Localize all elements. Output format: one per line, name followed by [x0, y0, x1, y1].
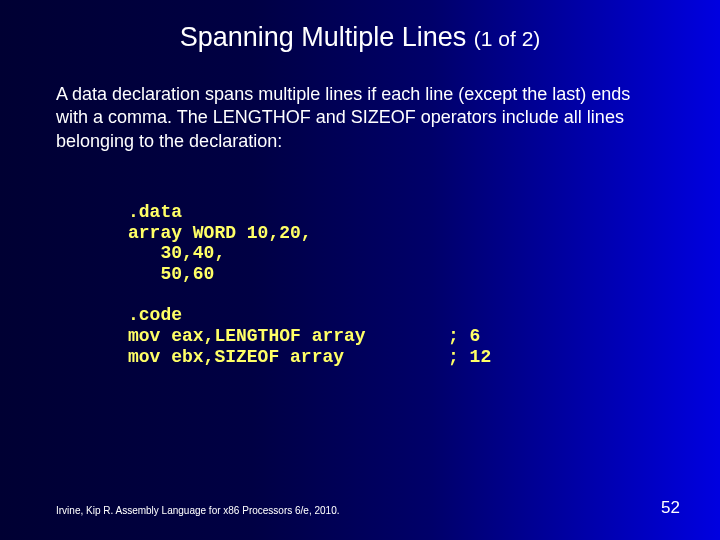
code-comment: ; 12 — [448, 347, 491, 368]
code-line: .code — [128, 305, 182, 325]
slide-title: Spanning Multiple Lines (1 of 2) — [0, 0, 720, 53]
title-main: Spanning Multiple Lines — [180, 22, 474, 52]
code-comment: ; 6 — [448, 326, 480, 347]
code-line: 30,40, — [128, 243, 225, 263]
code-block: .data array WORD 10,20, 30,40, 50,60 .co… — [128, 181, 720, 367]
page-number: 52 — [661, 498, 680, 518]
footer-citation: Irvine, Kip R. Assembly Language for x86… — [56, 505, 340, 516]
code-line: array WORD 10,20, — [128, 223, 312, 243]
title-sub: (1 of 2) — [474, 27, 541, 50]
code-line: 50,60 — [128, 264, 214, 284]
code-left: mov eax,LENGTHOF array — [128, 326, 448, 347]
code-row: mov eax,LENGTHOF array; 6 — [128, 326, 720, 347]
code-left: mov ebx,SIZEOF array — [128, 347, 448, 368]
body-paragraph: A data declaration spans multiple lines … — [56, 83, 664, 153]
code-line: .data — [128, 202, 182, 222]
code-row: mov ebx,SIZEOF array; 12 — [128, 347, 720, 368]
